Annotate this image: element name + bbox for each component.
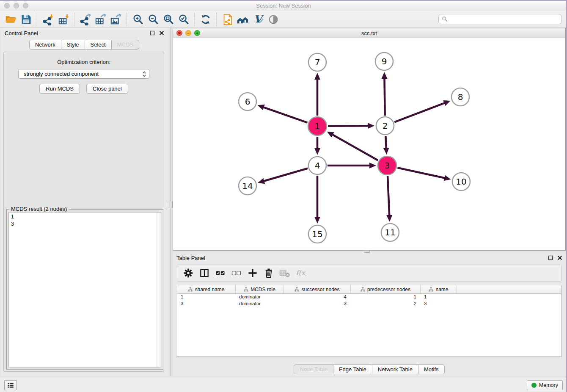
select-all-checks-button[interactable] xyxy=(214,266,227,280)
graph-edge-2-9[interactable] xyxy=(385,78,385,116)
close-table-panel-icon[interactable] xyxy=(557,255,562,260)
graph-node-label: 10 xyxy=(456,177,466,187)
graph-node-9[interactable]: 9 xyxy=(375,52,393,70)
search-input[interactable] xyxy=(449,15,561,23)
graph-node-11[interactable]: 11 xyxy=(381,224,399,241)
table-cell[interactable]: 3 xyxy=(284,301,351,307)
memory-button[interactable]: Memory xyxy=(527,380,563,390)
table-cell[interactable]: 1 xyxy=(351,294,421,301)
export-network-button[interactable] xyxy=(78,12,93,27)
save-session-button[interactable] xyxy=(19,12,34,27)
table-cell[interactable]: 2 xyxy=(351,301,421,307)
tab-style[interactable]: Style xyxy=(61,40,85,50)
add-column-icon xyxy=(247,268,258,279)
table-settings-gear-button[interactable] xyxy=(182,266,195,280)
float-panel-icon[interactable] xyxy=(149,30,155,36)
zoom-fit-content-icon xyxy=(162,14,174,25)
import-table-button[interactable] xyxy=(56,12,71,27)
column-header-name[interactable]: name xyxy=(421,285,457,293)
graph-node-7[interactable]: 7 xyxy=(308,53,326,71)
split-panel-columns-button[interactable] xyxy=(198,266,211,280)
graph-edge-2-3[interactable] xyxy=(385,136,386,148)
column-header-MCDS-role[interactable]: MCDS role xyxy=(236,285,284,293)
graph-node-10[interactable]: 10 xyxy=(452,173,470,190)
tab-node-table[interactable]: Node Table xyxy=(294,364,333,374)
column-header-successor-nodes[interactable]: successor nodes xyxy=(284,285,351,293)
mcds-result-text[interactable]: 1 3 xyxy=(8,212,161,367)
column-header-shared-name[interactable]: shared name xyxy=(177,285,236,293)
status-bar: Memory xyxy=(0,377,567,392)
column-header-predecessor-nodes[interactable]: predecessor nodes xyxy=(351,285,421,293)
optimization-criterion-label: Optimization criterion: xyxy=(4,59,164,65)
graph-edge-1-6[interactable] xyxy=(264,107,308,122)
zoom-selected-button[interactable] xyxy=(176,12,191,27)
table-cell[interactable]: dominator xyxy=(236,294,284,301)
network-canvas[interactable]: 7968124314101511 xyxy=(173,38,565,250)
save-session-icon xyxy=(20,14,32,25)
toolbar-separator xyxy=(127,13,127,26)
zoom-out-button[interactable] xyxy=(146,12,161,27)
task-history-button[interactable] xyxy=(4,380,17,390)
vertical-splitter-handle[interactable] xyxy=(169,201,173,208)
graph-edge-1-2[interactable] xyxy=(328,126,368,126)
home-pair-button[interactable] xyxy=(235,12,250,27)
network-view-window: ✕ − + scc.txt 7968124314101511 xyxy=(173,28,566,251)
close-panel-icon[interactable] xyxy=(159,30,164,36)
titlebar: Session: New Session xyxy=(0,1,567,11)
close-panel-button[interactable]: Close panel xyxy=(86,84,128,94)
network-graph[interactable]: 7968124314101511 xyxy=(173,38,565,250)
table-cell[interactable]: dominator xyxy=(236,301,284,307)
run-mcds-button[interactable]: Run MCDS xyxy=(39,84,80,94)
graph-edge-2-8[interactable] xyxy=(394,103,444,122)
table-cell[interactable]: 4 xyxy=(284,294,351,301)
graph-node-2[interactable]: 2 xyxy=(376,117,394,135)
table-cell[interactable]: 3 xyxy=(177,301,236,307)
graph-edge-3-10[interactable] xyxy=(397,168,445,178)
tab-network[interactable]: Network xyxy=(29,40,61,50)
graph-edge-4-14[interactable] xyxy=(264,168,308,181)
apply-layout-refresh-button[interactable] xyxy=(198,12,213,27)
show-hide-eye-button[interactable] xyxy=(266,12,281,27)
graph-node-14[interactable]: 14 xyxy=(239,177,256,195)
zoom-in-button[interactable] xyxy=(130,12,146,27)
table-cell[interactable]: 1 xyxy=(177,294,236,301)
table-row[interactable]: 1dominator411 xyxy=(177,294,561,301)
graph-node-15[interactable]: 15 xyxy=(308,225,326,243)
result-scrollbar[interactable] xyxy=(157,213,161,367)
tab-select[interactable]: Select xyxy=(85,40,112,50)
table-row[interactable]: 3dominator323 xyxy=(177,301,561,307)
network-from-document-button[interactable] xyxy=(220,12,235,27)
mcds-result-title: MCDS result (2 nodes) xyxy=(9,206,69,212)
vertical-splitter[interactable] xyxy=(168,28,172,376)
graph-node-3[interactable]: 3 xyxy=(378,156,396,175)
main-toolbar: V xyxy=(0,11,567,28)
export-table-button[interactable] xyxy=(93,12,108,27)
graph-node-4[interactable]: 4 xyxy=(308,157,326,174)
deselect-all-checks-button[interactable] xyxy=(230,266,243,280)
zoom-out-icon xyxy=(147,14,159,25)
graph-node-1[interactable]: 1 xyxy=(308,117,327,135)
table-cell[interactable]: 3 xyxy=(421,301,457,307)
import-network-button[interactable] xyxy=(41,12,56,27)
graph-edge-3-1[interactable] xyxy=(333,135,378,160)
graph-node-8[interactable]: 8 xyxy=(451,88,469,106)
float-table-panel-icon[interactable] xyxy=(548,255,553,260)
add-column-button[interactable] xyxy=(246,266,259,280)
table-cell[interactable]: 1 xyxy=(421,294,457,301)
column-type-icon xyxy=(361,287,365,292)
tab-network-table[interactable]: Network Table xyxy=(372,364,418,374)
tab-edge-table[interactable]: Edge Table xyxy=(333,364,372,374)
tab-motifs[interactable]: Motifs xyxy=(418,364,445,374)
vizmapper-v-button[interactable]: V xyxy=(250,12,266,27)
tab-mcds[interactable]: MCDS xyxy=(112,40,139,50)
graph-node-label: 14 xyxy=(242,181,253,191)
delete-column-button[interactable] xyxy=(262,266,275,280)
export-image-button[interactable] xyxy=(108,12,124,27)
mcds-panel: Optimization criterion: strongly connect… xyxy=(3,52,164,372)
open-file-button[interactable] xyxy=(3,12,19,27)
table-settings-gear-icon xyxy=(183,268,194,279)
zoom-fit-content-button[interactable] xyxy=(161,12,176,27)
graph-edge-3-11[interactable] xyxy=(388,176,389,215)
optimization-criterion-select[interactable]: strongly connected component xyxy=(18,69,149,79)
graph-node-6[interactable]: 6 xyxy=(239,93,256,110)
